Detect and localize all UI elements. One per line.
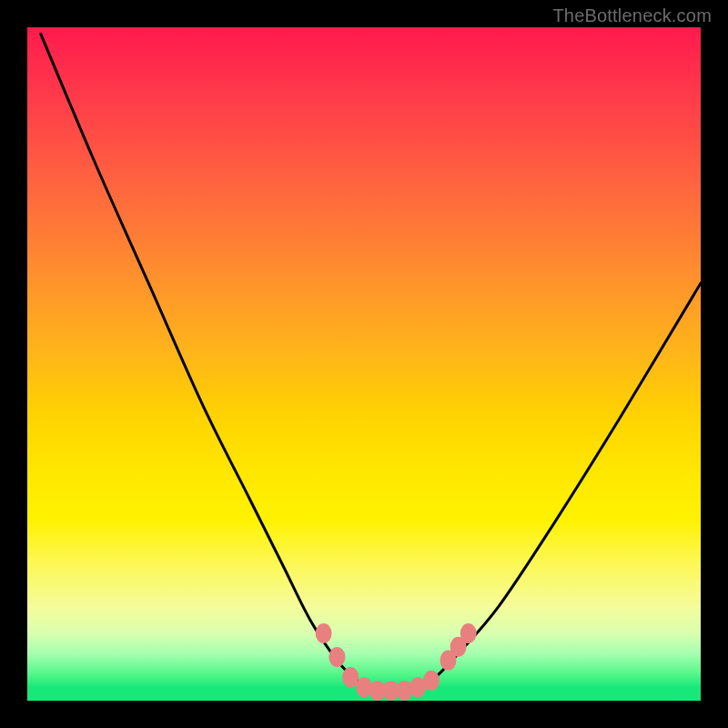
chart-frame: TheBottleneck.com <box>0 0 728 728</box>
attribution-watermark: TheBottleneck.com <box>552 5 712 26</box>
data-marker <box>396 681 412 701</box>
data-marker <box>329 647 345 667</box>
curve-line <box>41 34 701 692</box>
data-marker <box>460 623 477 643</box>
data-marker <box>316 623 332 643</box>
plot-area <box>27 27 701 701</box>
data-marker <box>356 677 372 697</box>
bottleneck-curve <box>27 27 701 701</box>
data-marker <box>423 671 440 691</box>
